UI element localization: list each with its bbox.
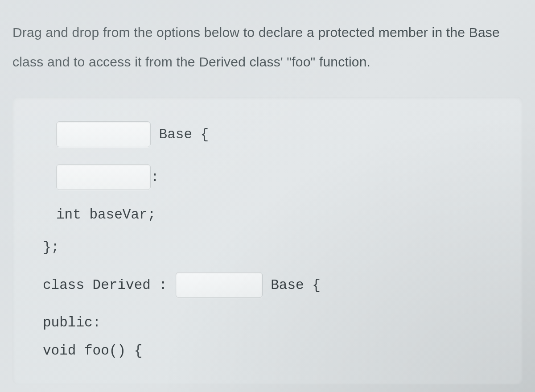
code-text-close-brace: };	[43, 239, 59, 255]
code-panel: Base { : int baseVar; }; class Derived :…	[12, 97, 523, 384]
drop-target-1[interactable]	[56, 121, 151, 147]
instruction-text: Drag and drop from the options below to …	[12, 18, 523, 77]
code-line-5: class Derived : Base {	[43, 272, 502, 298]
code-text-derived: class Derived :	[43, 277, 176, 293]
drop-target-2[interactable]	[56, 164, 151, 190]
drop-target-3[interactable]	[176, 272, 263, 298]
code-text-base-open: Base {	[151, 127, 209, 142]
code-text-colon: :	[151, 169, 159, 185]
code-text-basevar: int baseVar;	[56, 207, 156, 223]
code-text-public: public:	[43, 315, 101, 330]
code-line-6: public:	[43, 315, 502, 330]
code-text-base-open-2: Base {	[263, 277, 321, 293]
code-line-2: :	[43, 164, 502, 190]
code-text-void-foo: void foo() {	[43, 343, 142, 359]
code-line-1: Base {	[43, 121, 502, 147]
code-line-7: void foo() {	[43, 343, 502, 359]
code-line-3: int baseVar;	[43, 207, 502, 223]
code-line-4: };	[43, 239, 502, 255]
